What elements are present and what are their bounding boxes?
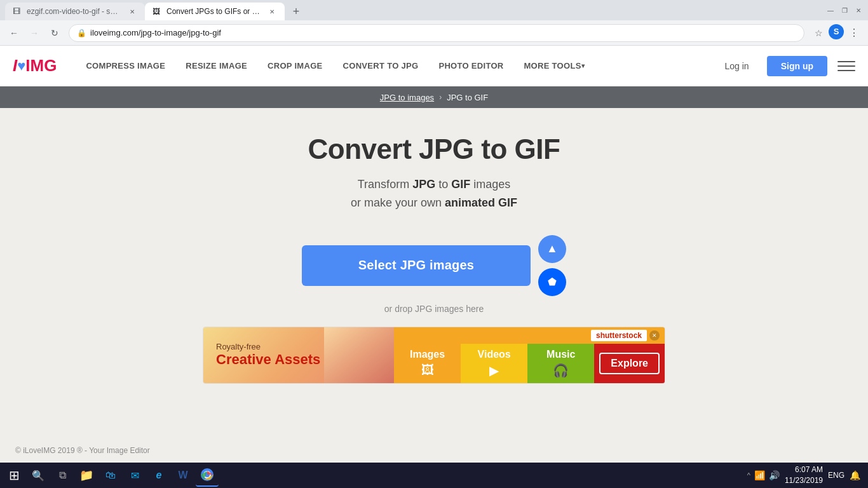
ad-images-label: Images — [410, 349, 445, 360]
store-button[interactable]: 🛍 — [99, 464, 122, 487]
dropbox-icon: ⬟ — [548, 276, 557, 288]
ad-music-section[interactable]: Music 🎧 — [527, 344, 594, 383]
logo[interactable]: I♥IMG — [13, 56, 57, 76]
profile-avatar[interactable]: S — [829, 24, 844, 39]
eng-label: ENG — [828, 471, 844, 480]
clock-time: 6:07 AM — [785, 464, 823, 475]
back-button[interactable]: ← — [5, 24, 23, 42]
browser-menu-button[interactable]: ⋮ — [845, 24, 863, 42]
ad-explore-section[interactable]: Explore — [594, 344, 665, 383]
dropbox-button[interactable]: ⬟ — [538, 268, 566, 296]
file-explorer-icon: 📁 — [79, 468, 94, 483]
search-button[interactable]: 🔍 — [27, 464, 50, 487]
ad-right: shutterstock ✕ Images 🖼 Videos ▶ — [394, 327, 665, 383]
tab-1-favicon: 🎞 — [13, 7, 22, 16]
select-images-button[interactable]: Select JPG images — [302, 245, 531, 286]
tab-1-title: ezgif.com-video-to-gif - support — [27, 7, 122, 16]
tab-1[interactable]: 🎞 ezgif.com-video-to-gif - support ✕ — [5, 3, 145, 20]
ad-videos-section[interactable]: Videos ▶ — [461, 344, 527, 383]
system-tray: ^ 📶 🔊 — [747, 470, 780, 480]
nav-resize[interactable]: RESIZE IMAGE — [175, 46, 257, 86]
close-button[interactable]: ✕ — [854, 6, 863, 15]
refresh-button[interactable]: ↻ — [46, 24, 64, 42]
ad-left-section: Royalty-free Creative Assets — [203, 327, 394, 383]
nav-compress[interactable]: COMPRESS IMAGE — [76, 46, 175, 86]
address-actions: ☆ S ⋮ — [810, 24, 863, 42]
file-explorer-button[interactable]: 📁 — [75, 464, 98, 487]
nav-editor[interactable]: PHOTO EDITOR — [428, 46, 513, 86]
signup-button[interactable]: Sign up — [767, 56, 827, 76]
network-icon: 📶 — [754, 470, 765, 480]
google-drive-icon: ▲ — [546, 242, 558, 255]
subtitle-gif: GIF — [451, 178, 470, 191]
url-bar[interactable]: 🔒 iloveimg.com/jpg-to-image/jpg-to-gif — [69, 24, 804, 42]
ad-close-button[interactable]: ✕ — [649, 330, 660, 341]
bookmark-button[interactable]: ☆ — [810, 24, 827, 42]
login-button[interactable]: Log in — [712, 56, 762, 76]
clock[interactable]: 6:07 AM 11/23/2019 — [785, 464, 823, 486]
edge-button[interactable]: e — [147, 464, 170, 487]
browser-window: 🎞 ezgif.com-video-to-gif - support ✕ 🖼 C… — [0, 0, 868, 488]
chrome-button[interactable] — [196, 464, 219, 487]
breadcrumb-current: JPG to GIF — [447, 93, 488, 102]
copyright-text: © iLoveIMG 2019 ® - Your Image Editor — [15, 446, 150, 455]
nav-convert[interactable]: CONVERT TO JPG — [333, 46, 429, 86]
ad-videos-icon: ▶ — [489, 363, 499, 378]
hamburger-line-2 — [837, 65, 855, 67]
hamburger-menu[interactable] — [837, 57, 855, 75]
navbar: I♥IMG COMPRESS IMAGE RESIZE IMAGE CROP I… — [0, 46, 868, 86]
window-controls: — ❐ ✕ — [826, 6, 863, 15]
notification-icon[interactable]: 🔔 — [850, 470, 860, 480]
ad-brand-area: shutterstock ✕ — [591, 330, 660, 341]
tray-chevron[interactable]: ^ — [747, 471, 750, 479]
subtitle-transform: Transform — [358, 178, 412, 191]
clock-date: 11/23/2019 — [785, 475, 823, 486]
google-drive-button[interactable]: ▲ — [538, 235, 566, 263]
tab-2[interactable]: 🖼 Convert JPGs to GIFs or animate... ✕ — [145, 3, 285, 20]
subtitle-line1: Transform JPG to GIF images — [358, 178, 510, 191]
forward-button[interactable]: → — [25, 24, 43, 42]
ad-bottom-row: Images 🖼 Videos ▶ Music 🎧 Explore — [394, 344, 665, 383]
tab-bar: 🎞 ezgif.com-video-to-gif - support ✕ 🖼 C… — [5, 0, 821, 20]
minimize-button[interactable]: — — [826, 6, 835, 15]
store-icon: 🛍 — [103, 468, 118, 483]
mail-button[interactable]: ✉ — [123, 464, 146, 487]
ad-images-icon: 🖼 — [421, 363, 434, 377]
breadcrumb: JPG to images › JPG to GIF — [380, 93, 488, 102]
ad-videos-label: Videos — [478, 349, 511, 360]
ad-music-label: Music — [546, 349, 575, 360]
breadcrumb-parent-link[interactable]: JPG to images — [380, 93, 434, 102]
subtitle-to: to — [435, 178, 451, 191]
nav-more-tools[interactable]: MORE TOOLS — [513, 46, 594, 86]
drop-zone-text: or drop JPG images here — [384, 304, 484, 314]
start-button[interactable]: ⊞ — [3, 464, 25, 487]
nav-crop[interactable]: CROP IMAGE — [257, 46, 333, 86]
subtitle-or-make: or make your own — [351, 196, 445, 209]
tab-2-favicon: 🖼 — [153, 7, 161, 16]
title-bar: 🎞 ezgif.com-video-to-gif - support ✕ 🖼 C… — [0, 0, 868, 20]
subtitle-images: images — [470, 178, 510, 191]
subtitle-line2: or make your own animated GIF — [351, 196, 517, 209]
task-view-button[interactable]: ⧉ — [51, 464, 74, 487]
logo-img: IMG — [25, 56, 57, 76]
tab-2-close[interactable]: ✕ — [267, 6, 277, 17]
shutterstock-logo: shutterstock — [591, 330, 647, 341]
breadcrumb-bar: JPG to images › JPG to GIF — [0, 86, 868, 108]
new-tab-button[interactable]: + — [287, 3, 305, 20]
maximize-button[interactable]: ❐ — [840, 6, 849, 15]
logo-heart-icon: ♥ — [17, 58, 25, 74]
ad-explore-button[interactable]: Explore — [599, 353, 660, 374]
cloud-upload-buttons: ▲ ⬟ — [538, 235, 566, 296]
url-text: iloveimg.com/jpg-to-image/jpg-to-gif — [90, 28, 796, 37]
ad-creative-assets: Creative Assets — [216, 351, 320, 368]
word-icon: W — [175, 468, 191, 483]
subtitle-animated-gif: animated GIF — [445, 196, 517, 209]
taskbar-right: ^ 📶 🔊 6:07 AM 11/23/2019 ENG 🔔 — [747, 464, 865, 486]
edge-icon: e — [151, 468, 166, 483]
word-button[interactable]: W — [172, 464, 194, 487]
ad-images-section[interactable]: Images 🖼 — [394, 344, 461, 383]
subtitle-jpg: JPG — [412, 178, 435, 191]
ad-top-strip: shutterstock ✕ — [394, 327, 665, 344]
tab-2-title: Convert JPGs to GIFs or animate... — [166, 7, 262, 16]
tab-1-close[interactable]: ✕ — [127, 6, 137, 17]
